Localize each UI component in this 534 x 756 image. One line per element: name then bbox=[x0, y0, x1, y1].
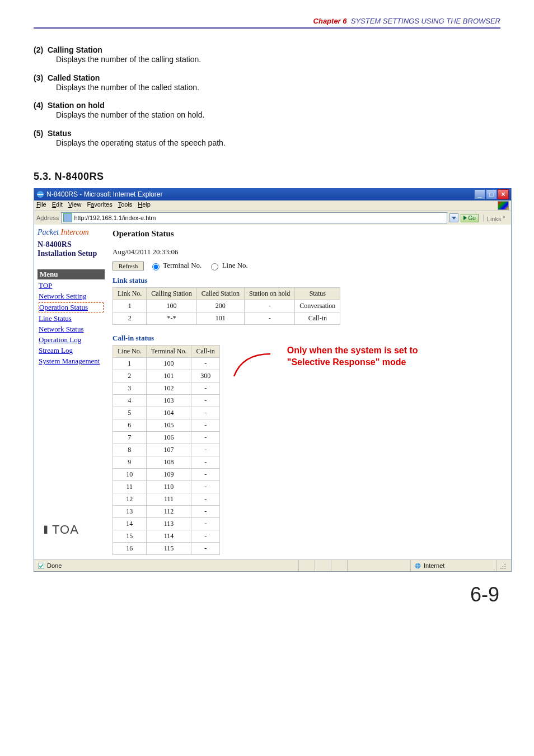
maximize-button[interactable]: □ bbox=[486, 189, 497, 199]
address-bar: Address http://192.168.1.1/index-e.htm G… bbox=[34, 211, 511, 225]
chapter-title: SYSTEM SETTINGS USING THE BROWSER bbox=[351, 17, 500, 25]
note-text: Only when the system is set to "Selectiv… bbox=[287, 345, 418, 368]
sidebar-item-operation-status[interactable]: Operation Status bbox=[39, 302, 104, 312]
close-button[interactable]: × bbox=[498, 189, 509, 199]
table-header: Status bbox=[295, 288, 340, 300]
menu-edit[interactable]: Edit bbox=[52, 201, 63, 210]
menu-bar: File Edit View Favorites Tools Help bbox=[34, 200, 511, 211]
minimize-button[interactable]: _ bbox=[474, 189, 485, 199]
go-arrow-icon bbox=[463, 216, 467, 220]
table-header: Terminal No. bbox=[146, 346, 191, 358]
table-row: 3102- bbox=[113, 382, 220, 395]
toa-logo: TOA bbox=[38, 522, 105, 537]
done-icon bbox=[38, 562, 45, 570]
page-title: Operation Status bbox=[113, 229, 505, 239]
callout-curve bbox=[231, 337, 276, 382]
status-zone: Internet bbox=[410, 560, 496, 571]
table-row: 1100- bbox=[113, 358, 220, 370]
table-row: 5104- bbox=[113, 407, 220, 419]
radio-line[interactable]: Line No. bbox=[208, 261, 247, 270]
svg-point-7 bbox=[500, 568, 502, 569]
table-row: 13112- bbox=[113, 506, 220, 518]
def-head: (3) Called Station bbox=[34, 73, 500, 82]
section-heading: 5.3. N-8400RS bbox=[34, 171, 500, 183]
menu-view[interactable]: View bbox=[68, 201, 82, 210]
window-title: N-8400RS - Microsoft Internet Explorer bbox=[46, 190, 162, 198]
browser-window: N-8400RS - Microsoft Internet Explorer _… bbox=[34, 188, 512, 572]
table-row: 7106- bbox=[113, 432, 220, 444]
table-header: Line No. bbox=[113, 346, 147, 358]
radio-terminal[interactable]: Terminal No. bbox=[149, 261, 202, 270]
ie-icon bbox=[36, 190, 44, 198]
page-number: 6-9 bbox=[34, 583, 500, 606]
def-head: (2) Calling Station bbox=[34, 45, 500, 54]
setup-title: Installation Setup bbox=[38, 249, 105, 258]
page-favicon-icon bbox=[63, 213, 72, 222]
menu-favorites[interactable]: Favorites bbox=[87, 201, 112, 210]
table-row: 12111- bbox=[113, 493, 220, 506]
def-body: Displays the operating status of the spe… bbox=[34, 138, 500, 149]
title-bar: N-8400RS - Microsoft Internet Explorer _… bbox=[34, 188, 511, 200]
def-head: (5) Status bbox=[34, 129, 500, 138]
sidebar: Packet Intercom N-8400RS Installation Se… bbox=[34, 225, 107, 559]
sidebar-item-line-status[interactable]: Line Status bbox=[39, 314, 104, 323]
svg-point-5 bbox=[503, 566, 504, 567]
chapter-header: Chapter 6 SYSTEM SETTINGS USING THE BROW… bbox=[34, 17, 500, 25]
menu-tools[interactable]: Tools bbox=[118, 201, 133, 210]
table-row: 10109- bbox=[113, 469, 220, 481]
table-row: 14113- bbox=[113, 518, 220, 530]
sidebar-item-stream-log[interactable]: Stream Log bbox=[39, 346, 104, 355]
table-row: 6105- bbox=[113, 419, 220, 432]
refresh-button[interactable]: Refresh bbox=[113, 262, 144, 270]
divider bbox=[34, 27, 500, 29]
table-row: 8107- bbox=[113, 444, 220, 456]
brand-logo: Packet Intercom bbox=[38, 228, 105, 237]
go-button[interactable]: Go bbox=[461, 214, 478, 222]
menu-help[interactable]: Help bbox=[138, 201, 151, 210]
status-sep2 bbox=[315, 560, 331, 571]
definition-item: (5) StatusDisplays the operating status … bbox=[34, 129, 500, 149]
table-row: 9108- bbox=[113, 456, 220, 469]
table-row: 2*-*101-Call-in bbox=[113, 312, 340, 325]
svg-point-6 bbox=[504, 566, 505, 567]
table-row: 4103- bbox=[113, 395, 220, 407]
link-status-header: Link status bbox=[113, 276, 505, 285]
svg-point-4 bbox=[504, 564, 505, 565]
resize-grip[interactable] bbox=[496, 560, 511, 571]
radio-group: Terminal No. Line No. bbox=[149, 261, 248, 270]
table-header: Calling Station bbox=[147, 288, 196, 300]
address-dropdown[interactable] bbox=[449, 213, 458, 222]
sidebar-item-network-setting[interactable]: Network Setting bbox=[39, 292, 104, 301]
menu-file[interactable]: File bbox=[36, 201, 46, 210]
timestamp: Aug/04/2011 20:33:06 bbox=[113, 248, 505, 256]
status-sep1 bbox=[298, 560, 315, 571]
sidebar-item-top[interactable]: TOP bbox=[39, 281, 104, 290]
sidebar-item-system-management[interactable]: System Management bbox=[39, 357, 104, 366]
status-sep4 bbox=[347, 560, 410, 571]
chapter-number: Chapter 6 bbox=[313, 17, 347, 25]
address-label: Address bbox=[36, 214, 59, 221]
sidebar-item-operation-log[interactable]: Operation Log bbox=[39, 335, 104, 344]
status-done: Done bbox=[34, 560, 65, 571]
model-name: N-8400RS bbox=[38, 240, 105, 249]
svg-point-8 bbox=[503, 568, 504, 569]
table-row: 15114- bbox=[113, 530, 220, 543]
link-status-table: Link No.Calling StationCalled StationSta… bbox=[113, 287, 340, 325]
address-input[interactable]: http://192.168.1.1/index-e.htm bbox=[61, 212, 447, 223]
callin-status-table: Line No.Terminal No.Call-in1100-21013003… bbox=[113, 345, 220, 555]
sidebar-item-network-status[interactable]: Network Status bbox=[39, 325, 104, 334]
svg-rect-2 bbox=[39, 563, 44, 569]
internet-zone-icon bbox=[414, 562, 421, 570]
main-content: Operation Status Aug/04/2011 20:33:06 Re… bbox=[107, 225, 511, 559]
definition-item: (3) Called StationDisplays the number of… bbox=[34, 73, 500, 94]
menu-header: Menu bbox=[38, 269, 105, 279]
status-bar: Done Internet bbox=[34, 559, 511, 571]
table-row: 16115- bbox=[113, 543, 220, 555]
status-sep3 bbox=[331, 560, 347, 571]
table-row: 1100200-Conversation bbox=[113, 300, 340, 312]
definition-item: (2) Calling StationDisplays the number o… bbox=[34, 45, 500, 66]
callin-status-header: Call-in status bbox=[113, 334, 220, 343]
table-header: Link No. bbox=[113, 288, 147, 300]
def-body: Displays the number of the station on ho… bbox=[34, 110, 500, 121]
links-label[interactable]: Links » bbox=[483, 214, 509, 222]
